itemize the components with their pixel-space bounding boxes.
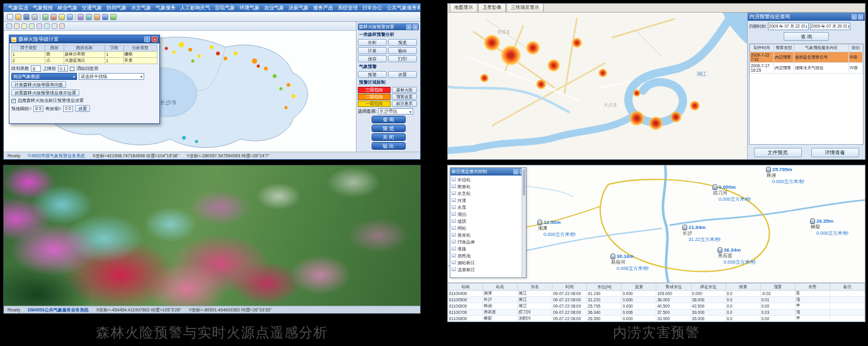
menu-item[interactable]: 气象预报 <box>31 4 55 11</box>
panel-button[interactable]: 分析 <box>358 39 387 46</box>
layer-checkbox-item[interactable]: 居民地 <box>452 252 520 259</box>
menu-item[interactable]: 人工影响天气 <box>178 4 212 11</box>
menu-item[interactable]: 协同气象 <box>105 4 128 11</box>
station-map-canvas[interactable]: 标注信息显示控制 水位站雨量站水文站河道水库湖泊堤防闸站蒸发站行政边界道路居民地… <box>448 165 865 282</box>
menu-item[interactable]: 日常办公 <box>360 4 384 11</box>
table-row[interactable]: 2009-7-22 7:41内涝预警暴雨蓝色预警信号III级 <box>750 52 863 63</box>
flood-map-canvas[interactable]: 湘江 望城县 长沙县 <box>448 13 747 159</box>
map-view-tab[interactable]: 卫星影像 <box>478 3 506 12</box>
coef-input[interactable]: 8 <box>31 65 41 72</box>
table-row[interactable]: 2点火源监测点1矢量 <box>12 58 157 64</box>
panel-titlebar[interactable]: 森林火险预警设置 <box>358 23 419 30</box>
table-row[interactable]: 61100700黑石渡捞刀河09-07-22 08:0036.3400.0063… <box>448 310 865 316</box>
panel-titlebar[interactable]: 标注信息显示控制 <box>450 168 526 176</box>
zoom-out-icon[interactable] <box>50 14 57 20</box>
print-icon[interactable] <box>31 14 38 20</box>
panel-button[interactable]: 输出 <box>388 47 417 54</box>
detail-view-button[interactable]: 详情查看 <box>811 148 859 157</box>
map-export-icon[interactable] <box>59 23 65 29</box>
new-icon[interactable] <box>7 14 13 20</box>
table-row[interactable]: 61100400湘潭湘江09-07-22 08:0041.1900.000105… <box>448 291 865 297</box>
scrollbar-thumb[interactable] <box>523 169 525 196</box>
scrollbar[interactable] <box>522 168 526 277</box>
enable-annotation-checkbox[interactable] <box>11 99 16 103</box>
station-marker[interactable]: 0.000m 捞刀河 0.000立方米/秒 <box>712 184 751 203</box>
zoom-in-icon[interactable] <box>42 14 49 20</box>
menu-item[interactable]: 公共气象服务网 <box>385 4 420 11</box>
map-pan-icon[interactable] <box>21 23 27 29</box>
layer-checkbox-item[interactable]: 水库 <box>452 204 520 211</box>
measure-icon[interactable] <box>86 14 92 20</box>
station-marker[interactable]: 25.795m 株洲 0.000立方米/秒 <box>766 167 804 185</box>
minimize-icon[interactable] <box>513 169 518 174</box>
table-row[interactable]: 61100500长沙湘江09-07-22 08:0031.2200.00036.… <box>448 297 865 303</box>
save-icon[interactable] <box>23 14 30 20</box>
layer-checkbox-item[interactable]: 堤防 <box>452 218 520 225</box>
spinner-icon[interactable] <box>806 25 807 29</box>
dialog-titlebar[interactable]: 森林火险等级计算 <box>9 35 159 43</box>
close-icon[interactable] <box>413 25 418 30</box>
action-button[interactable]: 查 询 <box>372 116 406 123</box>
menu-item[interactable]: 雷电气象 <box>213 4 237 11</box>
panel-layer-select[interactable]: 长沙市区 <box>378 108 413 114</box>
help-button[interactable] <box>144 36 150 42</box>
spinner-icon[interactable] <box>848 25 849 29</box>
layer-checkbox-item[interactable]: 湖泊 <box>452 211 520 218</box>
map-print-icon[interactable] <box>52 23 57 29</box>
layer-checkbox-item[interactable]: 行政边界 <box>452 238 520 245</box>
valid-input[interactable]: 0.5 <box>63 106 73 112</box>
menu-item[interactable]: 水文气象 <box>129 4 153 11</box>
panel-button[interactable]: 预警 <box>358 71 387 78</box>
limit-input[interactable]: 0.1 <box>58 65 68 72</box>
minimize-icon[interactable] <box>406 25 411 30</box>
set-warning-display-button[interactable]: 设置森林火险预警信息显示位置 <box>11 89 79 96</box>
pan-icon[interactable] <box>59 14 65 20</box>
panel-button[interactable]: 预览 <box>388 39 417 46</box>
map-select-icon[interactable] <box>37 23 42 29</box>
panel-button[interactable]: 预警设置 <box>392 94 417 100</box>
panel-button[interactable]: 打印 <box>388 55 417 62</box>
table-row[interactable]: 2009-7-17 16:25内涝预警强降水天气报告IV级 <box>750 63 863 74</box>
interference-select[interactable]: 请选择干扰场 <box>79 73 144 80</box>
open-icon[interactable] <box>15 14 21 20</box>
station-marker[interactable]: 21.94m 长沙 31.22立方米/秒 <box>682 225 721 243</box>
layer-checkbox-item[interactable]: 雨量站 <box>452 183 520 190</box>
station-marker[interactable]: 26.35m 榔梨 0.000立方米/秒 <box>810 218 848 237</box>
start-date-input[interactable]: 2009 年 07 月 22 日 <box>768 23 809 30</box>
map-view-tab[interactable]: 地图显示 <box>450 3 477 12</box>
menu-item[interactable]: 环境气象 <box>237 4 261 11</box>
refresh-icon[interactable] <box>110 14 117 20</box>
query-button[interactable]: 查 询 <box>784 32 829 41</box>
select-icon[interactable] <box>77 14 84 20</box>
threshold-input[interactable]: 8.5 <box>33 106 43 112</box>
menu-item[interactable]: 农业气象 <box>262 4 286 11</box>
table-row[interactable]: 61100600株洲湘江09-07-22 08:0025.7950.00040.… <box>448 303 865 310</box>
layers-icon[interactable] <box>94 14 100 20</box>
file-preview-button[interactable]: 文件预览 <box>754 148 802 157</box>
apply-button[interactable]: 设置 <box>75 105 90 112</box>
minimize-icon[interactable] <box>852 14 857 20</box>
menu-item[interactable]: 决策气象 <box>287 4 311 11</box>
layer-select[interactable]: 风云气象数据 <box>11 73 77 80</box>
layer-checkbox-item[interactable]: 蒸发站 <box>452 232 520 238</box>
layer-checkbox-item[interactable]: 闸站 <box>452 225 520 232</box>
full-extent-icon[interactable] <box>67 14 73 20</box>
action-button[interactable]: 预 览 <box>372 125 406 132</box>
station-marker[interactable]: 12.50m 湘潭 0.000立方米/秒 <box>537 220 576 238</box>
identify-icon[interactable] <box>102 14 108 20</box>
menu-item[interactable]: 气象服务 <box>154 4 178 11</box>
menu-item[interactable]: 服务产品 <box>311 4 335 11</box>
station-marker[interactable]: 36.34m 黑石渡 0.000立方米/秒 <box>717 247 756 265</box>
layer-checkbox-item[interactable]: 河道 <box>452 197 520 204</box>
close-icon[interactable] <box>858 14 863 20</box>
layer-checkbox-item[interactable]: 测站标注 <box>452 259 520 266</box>
fire-map-canvas[interactable]: 长沙市 森林火险等级计算 因子类型图层图层名称字段分析类型1面森林分布图1栅格2… <box>4 22 356 152</box>
map-zoom-out-icon[interactable] <box>14 23 20 29</box>
map-zoom-in-icon[interactable] <box>6 23 12 29</box>
clear-layer-checkbox[interactable] <box>70 67 74 71</box>
layer-checkbox-item[interactable]: 水位站 <box>452 176 520 183</box>
menu-item[interactable]: 系统管理 <box>336 4 360 11</box>
panel-button[interactable]: 计算 <box>358 47 387 54</box>
map-info-icon[interactable] <box>29 23 35 29</box>
panel-button[interactable]: 标注显示 <box>392 101 417 107</box>
